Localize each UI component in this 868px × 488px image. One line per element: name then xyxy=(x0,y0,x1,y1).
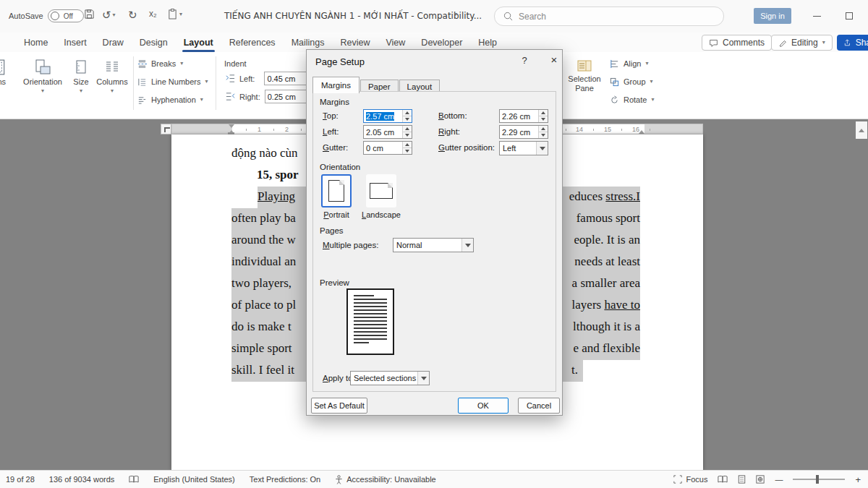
margins-button[interactable]: gins ▾ xyxy=(0,59,17,94)
search-input[interactable] xyxy=(519,12,692,22)
document-title: TIẾNG ANH CHUYÊN NGÀNH 1 - MỚI NHẤT - Co… xyxy=(224,11,463,21)
word-count[interactable]: 136 of 9034 words xyxy=(49,475,115,484)
spin-up-icon xyxy=(541,125,545,130)
right-indent-marker[interactable] xyxy=(639,127,644,134)
focus-mode-button[interactable]: Focus xyxy=(673,475,707,484)
dialog-tab-margins[interactable]: Margins xyxy=(312,77,359,93)
gutter-position-value: Left xyxy=(503,144,516,153)
read-mode-button[interactable] xyxy=(718,475,728,484)
tab-stop-selector[interactable] xyxy=(161,124,171,134)
bottom-margin-spinner[interactable] xyxy=(538,110,548,122)
chevron-down-icon: ▾ xyxy=(200,97,203,103)
minimize-button[interactable] xyxy=(813,16,821,17)
cancel-button[interactable]: Cancel xyxy=(518,398,560,414)
indent-right-input[interactable] xyxy=(265,90,310,103)
set-as-default-button[interactable]: Set As Default xyxy=(311,398,367,414)
group-divider xyxy=(216,56,216,110)
ruler-tick xyxy=(621,129,622,131)
tab-layout[interactable]: Layout xyxy=(176,33,221,52)
rotate-label: Rotate xyxy=(624,95,647,104)
autosave-control[interactable]: AutoSave Off xyxy=(9,9,84,22)
text-predictions-indicator[interactable]: Text Predictions: On xyxy=(250,475,320,484)
align-button[interactable]: Align ▾ xyxy=(610,58,648,69)
landscape-option[interactable] xyxy=(366,174,396,207)
maximize-button[interactable] xyxy=(846,12,853,20)
search-icon xyxy=(503,12,513,21)
indent-left-input[interactable] xyxy=(264,72,309,85)
right-margin-input[interactable]: 2.29 cm xyxy=(499,125,548,139)
chevron-down-icon: ▾ xyxy=(111,88,114,94)
portrait-option[interactable] xyxy=(321,174,352,207)
columns-button[interactable]: Columns ▾ xyxy=(95,59,129,94)
editing-label: Editing xyxy=(791,38,818,48)
title-chevron-icon[interactable]: ▾ xyxy=(454,12,457,17)
language-indicator[interactable]: English (United States) xyxy=(153,475,235,484)
search-box[interactable] xyxy=(494,7,724,26)
tab-design[interactable]: Design xyxy=(132,33,176,52)
ruler-tick xyxy=(301,129,302,131)
dialog-help-button[interactable]: ? xyxy=(518,55,531,68)
proofing-button[interactable] xyxy=(129,475,139,484)
autosave-toggle[interactable]: Off xyxy=(48,9,84,22)
multiple-pages-dropdown[interactable]: Normal xyxy=(393,238,474,252)
redo-button[interactable]: ↻ xyxy=(128,9,137,22)
left-margin-value: 2.05 cm xyxy=(366,128,394,137)
accessibility-checker[interactable]: Accessibility: Unavailable xyxy=(335,475,436,484)
top-margin-value: 2.57 cm xyxy=(366,112,394,121)
ok-button[interactable]: OK xyxy=(458,398,509,414)
size-label: Size xyxy=(73,77,88,86)
apply-to-dropdown[interactable]: Selected sections xyxy=(350,371,430,385)
left-margin-input[interactable]: 2.05 cm xyxy=(363,125,412,139)
line-numbers-button[interactable]: Line Numbers ▾ xyxy=(137,76,208,87)
gutter-position-dropdown[interactable]: Left xyxy=(499,141,548,155)
top-margin-spinner[interactable] xyxy=(402,110,412,122)
ruler-number: 2 xyxy=(285,126,289,133)
bottom-margin-input[interactable]: 2.26 cm xyxy=(499,109,548,123)
comments-button[interactable]: Comments xyxy=(702,35,772,51)
undo-button[interactable]: ↺ ▾ xyxy=(102,9,116,22)
zoom-in-button[interactable]: + xyxy=(855,474,861,485)
share-button[interactable]: Shar xyxy=(837,35,868,51)
tab-references[interactable]: References xyxy=(221,33,284,52)
orientation-button[interactable]: Orientation ▾ xyxy=(22,59,64,94)
editing-mode-button[interactable]: Editing ▾ xyxy=(771,35,833,51)
gutter-input[interactable]: 0 cm xyxy=(363,141,412,155)
align-label: Align xyxy=(624,59,641,68)
selection-pane-button[interactable]: Selection Pane xyxy=(566,59,603,93)
hyphenation-button[interactable]: Hyphenation ▾ xyxy=(137,94,203,106)
group-button[interactable]: Group ▾ xyxy=(610,76,653,87)
chevron-down-icon: ▾ xyxy=(822,40,825,46)
web-layout-button[interactable] xyxy=(756,475,765,484)
subscript-button[interactable]: x₂ xyxy=(149,9,157,19)
tab-insert[interactable]: Insert xyxy=(56,33,94,52)
indent-group-label: Indent xyxy=(224,59,247,68)
paste-button[interactable]: ▾ xyxy=(168,9,182,20)
right-margin-spinner[interactable] xyxy=(538,126,548,138)
zoom-out-button[interactable]: — xyxy=(775,475,783,484)
zoom-slider[interactable] xyxy=(793,479,845,480)
sign-in-button[interactable]: Sign in xyxy=(754,8,791,24)
scrollbar-up-button[interactable] xyxy=(856,121,867,139)
indent-left-icon xyxy=(226,74,235,83)
left-margin-spinner[interactable] xyxy=(402,126,412,138)
tab-draw[interactable]: Draw xyxy=(95,33,132,52)
breaks-button[interactable]: Breaks ▾ xyxy=(137,58,183,69)
print-layout-button[interactable] xyxy=(738,475,746,484)
size-button[interactable]: Size ▾ xyxy=(69,59,93,94)
page-indicator[interactable]: 19 of 28 xyxy=(6,475,35,484)
save-button[interactable] xyxy=(84,9,95,20)
tab-home[interactable]: Home xyxy=(16,33,56,52)
portrait-icon xyxy=(328,180,344,202)
toggle-knob-icon xyxy=(51,12,59,20)
top-margin-input[interactable]: 2.57 cm xyxy=(363,109,412,123)
zoom-slider-thumb[interactable] xyxy=(816,475,819,484)
pencil-icon xyxy=(778,38,787,47)
dialog-close-button[interactable]: × xyxy=(547,53,561,68)
margins-section-label: Margins xyxy=(320,98,349,106)
rotate-button[interactable]: Rotate ▾ xyxy=(610,94,654,106)
page-setup-dialog: Page Setup ? × Margins Paper Layout Marg… xyxy=(306,49,563,416)
selection-pane-icon xyxy=(577,59,592,72)
chevron-down-icon: ▾ xyxy=(651,97,654,103)
right-margin-label: Right: xyxy=(438,127,460,136)
gutter-spinner[interactable] xyxy=(402,142,412,154)
